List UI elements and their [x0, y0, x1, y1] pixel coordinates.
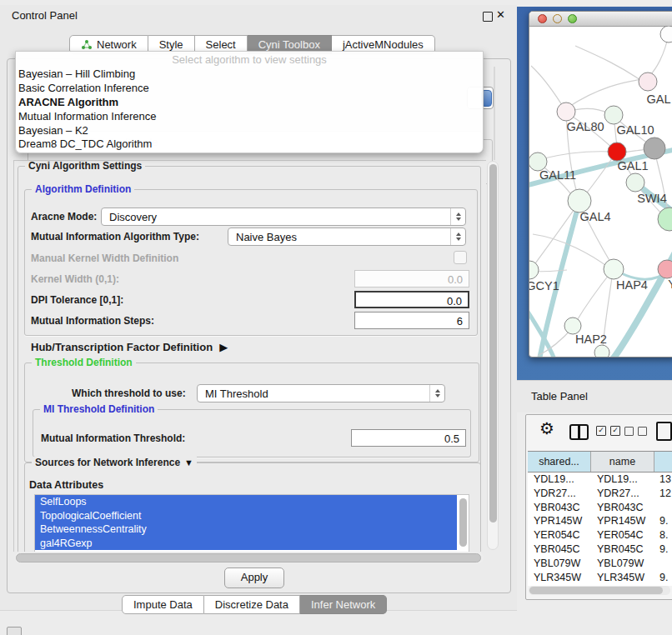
table-cell	[654, 501, 672, 515]
manual-kernel-checkbox[interactable]	[454, 251, 467, 264]
table-cell: YBL079W	[591, 557, 654, 571]
algorithm-option-aracne-algorithm[interactable]: ARACNE Algorithm	[16, 95, 483, 109]
hub-definition-expander[interactable]: Hub/Transcription Factor Definition▶	[31, 341, 228, 353]
table-row[interactable]: YBR045CYBR045C9.	[528, 542, 672, 557]
mit-field[interactable]: 0.5	[351, 429, 466, 447]
aracne-mode-combobox[interactable]: Discovery	[101, 208, 466, 226]
minimize-traffic-light-icon[interactable]	[553, 14, 562, 23]
attribute-item-selfloops[interactable]: SelfLoops	[35, 495, 457, 509]
network-node[interactable]	[660, 26, 672, 42]
network-node[interactable]	[658, 208, 672, 231]
check-icon: ✓	[610, 426, 620, 436]
unchecked-boxes-icon[interactable]	[624, 427, 647, 436]
mi-steps-field[interactable]: 6	[354, 312, 469, 329]
data-attributes-label: Data Attributes	[29, 479, 103, 491]
mi-steps-label: Mutual Information Steps:	[31, 315, 154, 327]
network-graph[interactable]: GALGAL80GAL10GAL1GAL11SWI4GAL4GCY1HAP4YH…	[529, 26, 672, 357]
table-row[interactable]: YDR27...YDR27...12	[528, 487, 672, 501]
network-node-gal80[interactable]	[557, 102, 575, 121]
dropdown-prompt: Select algorithm to view settings	[16, 52, 483, 67]
manual-kernel-label: Manual Kernel Width Definition	[31, 252, 178, 264]
table-row[interactable]: YLR345WYLR345W9.	[528, 571, 672, 585]
attribute-item-gal4rgexp[interactable]: gal4RGexp	[35, 537, 457, 551]
table-row[interactable]: YBR043CYBR043C	[528, 501, 672, 515]
table-cell: 13	[654, 472, 672, 487]
list-scrollbar-thumb[interactable]	[459, 498, 467, 547]
table-cell: YBL079W	[528, 557, 591, 571]
network-node-swi4[interactable]	[626, 173, 644, 192]
table-scrollbar-thumb[interactable]	[529, 587, 663, 594]
control-panel-window: Control Panel ✕ NetworkStyleSelectCyni T…	[0, 5, 517, 611]
network-node-y[interactable]	[658, 260, 672, 278]
table-panel-title: Table Panel	[531, 390, 588, 402]
network-node-gcy1[interactable]	[529, 261, 539, 279]
settings-vertical-scrollbar[interactable]	[487, 161, 499, 550]
algorithm-option-basic-correlation-inference[interactable]: Basic Correlation Inference	[16, 81, 483, 95]
column-header-shared[interactable]: shared...	[528, 452, 591, 472]
network-node-hap4[interactable]	[604, 259, 624, 279]
data-attribute-items: SelfLoopsTopologicalCoefficientBetweenne…	[35, 495, 469, 550]
check-icon: ✓	[596, 426, 606, 436]
algorithm-option-bayesian-hill-climbing[interactable]: Bayesian – Hill Climbing	[16, 67, 483, 81]
checked-boxes-icon[interactable]: ✓ ✓	[596, 426, 620, 436]
tab-impute-data[interactable]: Impute Data	[122, 595, 204, 614]
cyni-algorithm-settings-title: Cyni Algorithm Settings	[25, 160, 145, 172]
close-icon[interactable]: ✕	[496, 8, 505, 21]
table-cell: 12	[654, 487, 672, 501]
network-edge	[575, 46, 646, 84]
table-row[interactable]: YPR145WYPR145W9.	[528, 514, 672, 528]
network-edge	[568, 79, 644, 108]
network-node[interactable]	[594, 345, 609, 357]
mi-type-combobox[interactable]: Naive Bayes	[228, 228, 466, 246]
split-columns-icon[interactable]	[569, 424, 589, 440]
network-node-gal[interactable]	[639, 72, 657, 91]
document-icon[interactable]	[656, 422, 672, 441]
node-label-gal10: GAL10	[616, 123, 654, 137]
horizontal-scrollbar-thumb[interactable]	[16, 553, 481, 562]
table-cell: YPR145W	[591, 514, 654, 528]
collapsed-panel-chip[interactable]	[7, 627, 22, 635]
kernel-width-field[interactable]: 0.0	[354, 270, 469, 288]
table-cell: YLR345W	[591, 571, 654, 585]
table-cell: YER054C	[528, 528, 591, 542]
zoom-traffic-light-icon[interactable]	[568, 14, 577, 23]
gear-icon[interactable]: ⚙	[539, 420, 554, 437]
table-row[interactable]: YBL079WYBL079W	[528, 557, 672, 571]
network-window-titlebar[interactable]	[529, 12, 672, 27]
close-traffic-light-icon[interactable]	[538, 14, 547, 23]
table-row[interactable]: YER054CYER054C8.	[528, 528, 672, 542]
tab-label: Cyni Toolbox	[258, 38, 320, 51]
node-label-gal11: GAL11	[539, 168, 576, 182]
sources-title[interactable]: Sources for Network Inference▼	[32, 457, 197, 468]
column-header-name[interactable]: name	[591, 452, 654, 472]
table-row[interactable]: YDL19...YDL19...13	[528, 472, 672, 487]
network-node-gal1[interactable]	[608, 142, 626, 161]
dpi-tolerance-field[interactable]: 0.0	[354, 291, 469, 308]
table-horizontal-scrollbar[interactable]	[529, 586, 670, 595]
table-cell: YDR27...	[591, 487, 654, 501]
column-header-hidden[interactable]	[654, 452, 672, 472]
network-icon	[81, 39, 93, 50]
settings-horizontal-scrollbar[interactable]	[15, 552, 484, 563]
network-view-panel: GALGAL80GAL10GAL1GAL11SWI4GAL4GCY1HAP4YH…	[517, 7, 672, 380]
node-label-swi4: SWI4	[637, 192, 666, 205]
apply-button[interactable]: Apply	[224, 568, 284, 588]
network-node-gal10[interactable]	[604, 106, 623, 124]
algorithm-option-dream8-dc-tdc-algorithm[interactable]: Dream8 DC_TDC Algorithm	[16, 137, 483, 151]
network-node[interactable]	[644, 138, 665, 159]
tab-discretize-data[interactable]: Discretize Data	[204, 595, 300, 614]
float-window-icon[interactable]	[483, 12, 493, 22]
vertical-scrollbar-thumb[interactable]	[489, 164, 497, 522]
which-threshold-combobox[interactable]: MI Threshold	[197, 384, 445, 402]
which-threshold-label: Which threshold to use:	[72, 388, 186, 399]
network-edge	[540, 152, 611, 159]
tab-infer-network[interactable]: Infer Network	[300, 595, 387, 614]
algorithm-option-bayesian-k2[interactable]: Bayesian – K2	[16, 123, 483, 138]
table-cell: 9.	[654, 542, 672, 557]
network-node-gal4[interactable]	[568, 189, 591, 212]
algorithm-option-mutual-information-inference[interactable]: Mutual Information Inference	[16, 109, 483, 123]
attribute-item-betweennesscentrality[interactable]: BetweennessCentrality	[35, 522, 457, 537]
attribute-item-topologicalcoefficient[interactable]: TopologicalCoefficient	[35, 509, 457, 523]
node-label-y: Y	[668, 278, 672, 291]
network-node-hap2[interactable]	[564, 318, 581, 334]
